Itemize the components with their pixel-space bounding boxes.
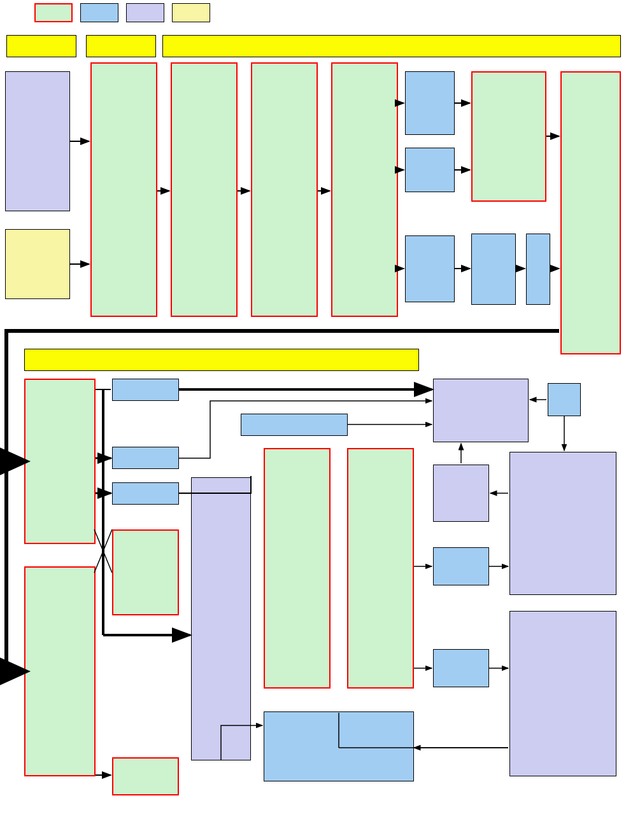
upper-purple-input (5, 71, 70, 211)
svg-line-21 (94, 529, 112, 573)
lower-bTop1 (112, 379, 179, 401)
upper-b4 (471, 234, 516, 305)
legend-purple (126, 3, 164, 22)
band-mid (24, 349, 419, 371)
lower-gL1 (24, 379, 96, 544)
lower-bMidR2 (433, 649, 489, 687)
lower-gM1 (264, 448, 331, 689)
legend-yellow (172, 3, 210, 22)
lower-pTall (191, 477, 251, 760)
svg-line-22 (94, 529, 112, 573)
lower-gL2 (24, 566, 96, 776)
lower-bBottom (264, 711, 414, 781)
lower-pBottom (509, 611, 616, 776)
upper-yellow-input (5, 229, 70, 299)
upper-g4 (331, 62, 398, 317)
upper-b5 (526, 234, 550, 305)
lower-pMid (433, 465, 489, 522)
lower-gM2 (347, 448, 414, 689)
upper-b1 (405, 71, 455, 135)
lower-bMidR (433, 547, 489, 585)
lower-bTop3 (112, 447, 179, 469)
lower-gSmall (112, 529, 179, 615)
lower-pTopRight (433, 379, 529, 442)
lower-bTop2 (241, 414, 348, 436)
lower-bTiny (548, 383, 581, 416)
band-top-b (86, 35, 156, 57)
legend-blue (80, 3, 118, 22)
band-top-c (162, 35, 621, 57)
lower-gTiny (112, 757, 179, 795)
upper-g2 (171, 62, 238, 317)
upper-g3 (251, 62, 318, 317)
lower-bTop4 (112, 482, 179, 505)
upper-g5 (471, 71, 546, 202)
legend-green (34, 3, 73, 22)
upper-b3 (405, 235, 455, 302)
upper-g1 (90, 62, 157, 317)
lower-pBig (509, 452, 616, 595)
band-top-a (6, 35, 76, 57)
upper-b2 (405, 148, 455, 192)
upper-g6 (560, 71, 621, 354)
